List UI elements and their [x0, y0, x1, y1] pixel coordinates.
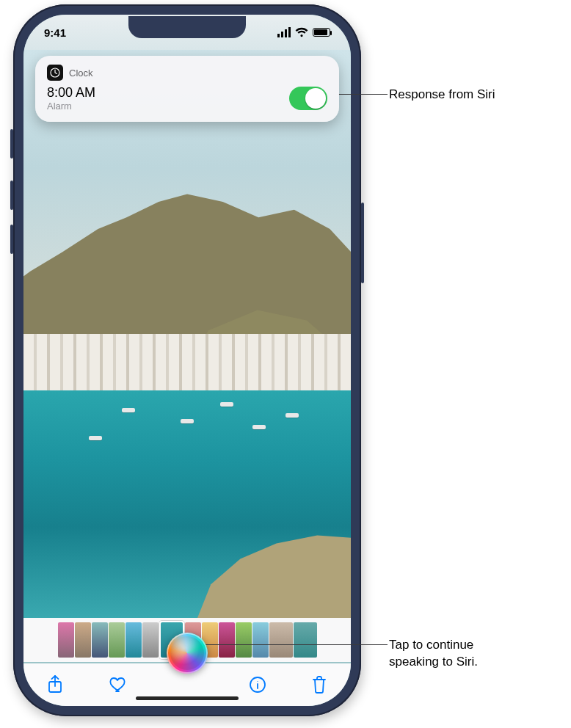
photo-boat — [122, 408, 135, 412]
photo-boat — [252, 425, 266, 429]
alarm-toggle[interactable] — [289, 87, 327, 110]
favorite-button[interactable] — [105, 672, 130, 697]
wifi-icon — [295, 27, 308, 37]
thumbnail[interactable] — [219, 622, 235, 658]
thumbnail[interactable] — [252, 622, 269, 658]
thumbnail[interactable] — [126, 622, 142, 658]
notch — [128, 16, 246, 38]
thumbnail[interactable] — [142, 622, 159, 658]
thumbnail[interactable] — [294, 622, 317, 658]
battery-icon — [313, 28, 330, 37]
siri-button[interactable] — [167, 633, 208, 674]
thumbnail[interactable] — [75, 622, 91, 658]
thumbnail[interactable] — [269, 622, 293, 658]
callout-leader-line — [197, 644, 388, 645]
cellular-icon — [277, 27, 291, 37]
info-button[interactable] — [245, 672, 270, 697]
alarm-label: Alarm — [47, 101, 95, 112]
thumbnail[interactable] — [236, 622, 252, 658]
photo-boat — [286, 413, 299, 418]
home-indicator[interactable] — [136, 696, 239, 700]
callout-line2: speaking to Siri. — [389, 654, 550, 671]
callout-leader-line — [338, 94, 388, 95]
clock-app-icon — [47, 65, 63, 81]
photo-viewer[interactable] — [23, 50, 351, 618]
photo-boat — [181, 419, 194, 423]
delete-button[interactable] — [307, 672, 332, 697]
photo-town — [23, 334, 351, 390]
photo-boat — [220, 402, 233, 407]
iphone-frame: 9:41 Clock 8:00 AM — [13, 4, 361, 716]
thumbnail[interactable] — [58, 622, 74, 658]
share-button[interactable] — [43, 672, 68, 697]
callout-siri-response: Response from Siri — [389, 87, 495, 103]
callout-siri-tap: Tap to continue speaking to Siri. — [389, 637, 550, 671]
thumbnail[interactable] — [92, 622, 108, 658]
callout-line1: Tap to continue — [389, 637, 550, 654]
notif-app-name: Clock — [69, 68, 93, 79]
photo-boat — [89, 436, 102, 440]
svg-point-3 — [257, 681, 258, 682]
thumbnail[interactable] — [109, 622, 125, 658]
siri-response-card[interactable]: Clock 8:00 AM Alarm — [35, 56, 339, 122]
status-time: 9:41 — [44, 26, 66, 39]
alarm-time: 8:00 AM — [47, 85, 95, 101]
screen: 9:41 Clock 8:00 AM — [23, 15, 351, 706]
